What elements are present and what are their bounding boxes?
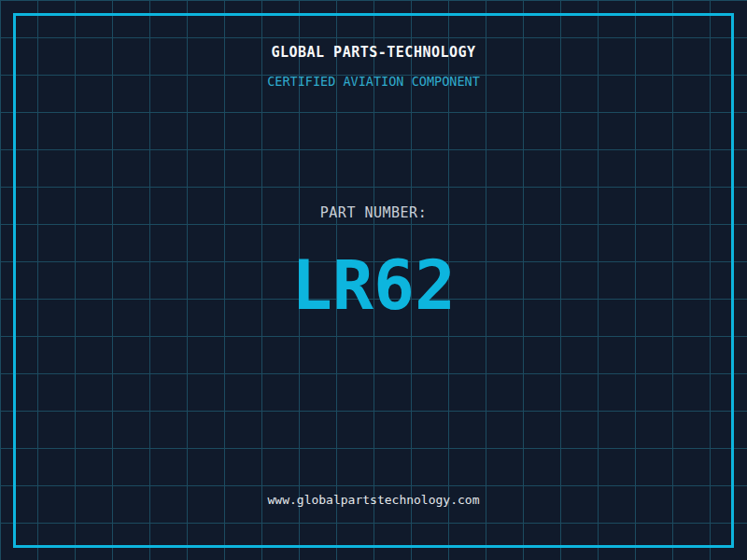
certification-tagline: CERTIFIED AVIATION COMPONENT xyxy=(0,76,747,89)
part-number-label: PART NUMBER: xyxy=(0,206,747,220)
part-number-value: LR62 xyxy=(0,251,747,319)
website-url: www.globalpartstechnology.com xyxy=(0,494,747,506)
company-name: GLOBAL PARTS-TECHNOLOGY xyxy=(0,46,747,60)
part-label-card: { "header": { "company_name": "GLOBAL PA… xyxy=(0,0,747,560)
